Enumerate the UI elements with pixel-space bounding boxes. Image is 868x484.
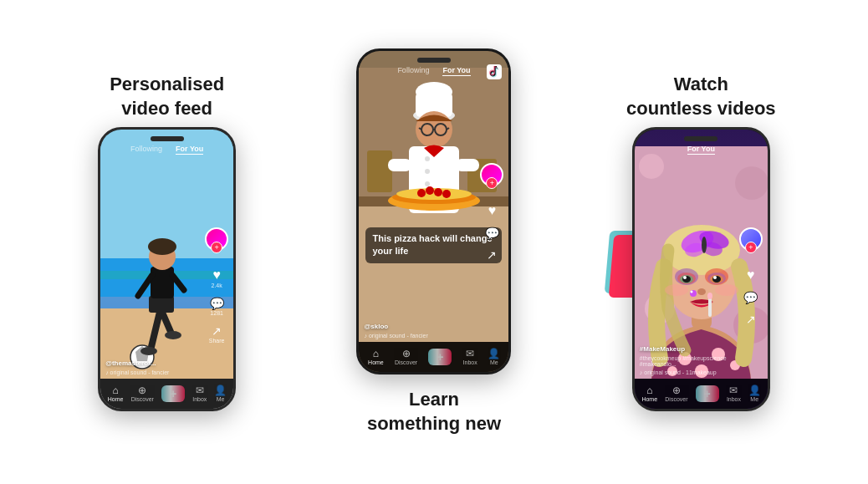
inbox-icon3: ✉ <box>728 385 739 395</box>
svg-point-77 <box>702 237 707 253</box>
phone1: Following For You <box>98 127 236 411</box>
phone3-nav-home[interactable]: ⌂ Home <box>641 385 657 402</box>
phone2-heart-icon: ♥ <box>488 203 497 218</box>
right-section: Watch countless videos For You <box>592 73 809 411</box>
plus-icon2: + <box>428 349 452 365</box>
discover-icon: ⊕ <box>136 385 148 395</box>
plus-icon: + <box>161 385 185 402</box>
left-title-line2: video feed <box>121 98 212 119</box>
phone2-nav: ⌂ Home ⊕ Discover + ✉ Inbox <box>359 342 508 372</box>
home-icon: ⌂ <box>110 385 121 395</box>
center-section: Following For You <box>342 48 526 436</box>
phone1-username: @themasterof... <box>105 359 200 367</box>
discover-icon3: ⊕ <box>671 385 682 395</box>
svg-point-40 <box>426 186 434 195</box>
phone1-nav-inbox[interactable]: ✉ Inbox <box>192 385 207 402</box>
phone2-comment-icon: 💬 <box>485 227 499 240</box>
phone2-bottom-info: @skloo ♪ original sound - fancier <box>364 323 475 339</box>
phone1-nav: ⌂ Home ⊕ Discover + ✉ Inbox <box>100 379 233 409</box>
phone3-nav-plus[interactable]: + <box>696 385 719 402</box>
me-icon2: 👤 <box>488 349 500 359</box>
svg-point-22 <box>416 82 452 102</box>
phone2-nav-plus[interactable]: + <box>428 349 452 365</box>
phone3-top-bar: For You <box>635 145 768 155</box>
svg-point-72 <box>690 291 692 293</box>
svg-point-39 <box>434 188 442 196</box>
svg-point-13 <box>140 347 157 355</box>
svg-point-38 <box>417 189 426 197</box>
phone2-following-tab: Following <box>397 66 429 76</box>
left-title-line1: Personalised <box>110 74 224 94</box>
phone3-foryou-tab: For You <box>687 145 715 155</box>
discover-icon2: ⊕ <box>401 349 412 359</box>
phone2-right-icons: ♥ 💬 ↗ <box>480 163 503 262</box>
phone3-heart-icon: ♥ <box>747 267 755 283</box>
phone2-nav-discover[interactable]: ⊕ Discover <box>395 349 417 365</box>
phone3-nav-me[interactable]: 👤 Me <box>748 385 760 402</box>
svg-point-67 <box>715 284 738 296</box>
phone2-caption-text: This pizza hack will change your life <box>372 232 495 258</box>
phone1-sound: ♪ original sound - fancier <box>105 369 200 375</box>
right-title-line2: countless videos <box>626 98 776 119</box>
phone1-nav-plus[interactable]: + <box>161 385 185 402</box>
svg-point-66 <box>665 284 688 296</box>
me-icon: 👤 <box>215 385 227 395</box>
svg-rect-33 <box>388 159 411 171</box>
phone1-heart-icon: ♥ <box>212 267 222 283</box>
svg-point-37 <box>396 188 472 200</box>
svg-point-32 <box>425 181 430 186</box>
phone3-nav-inbox[interactable]: ✉ Inbox <box>727 385 741 402</box>
svg-point-30 <box>425 156 430 161</box>
home-icon2: ⌂ <box>370 349 381 359</box>
svg-point-70 <box>707 293 712 299</box>
phone1-foryou-tab: For You <box>176 145 203 155</box>
phone1-comment-icon: 💬 <box>210 297 224 310</box>
tiktok-icon <box>487 64 502 79</box>
svg-point-68 <box>697 288 706 295</box>
phone2-nav-inbox[interactable]: ✉ Inbox <box>463 349 477 365</box>
phone3-bottom-info: #MakeMakeup #theycookmeup #makeupscience… <box>640 345 734 375</box>
right-title: Watch countless videos <box>626 73 776 120</box>
phone1-following-tab: Following <box>130 145 162 155</box>
phone1-nav-me[interactable]: 👤 Me <box>215 385 227 402</box>
phone2-screen: Following For You <box>359 51 508 372</box>
phone3-nav-discover[interactable]: ⊕ Discover <box>665 385 687 402</box>
phone2-nav-me[interactable]: 👤 Me <box>488 349 500 365</box>
svg-point-14 <box>165 331 181 339</box>
svg-point-31 <box>425 169 430 174</box>
svg-point-43 <box>639 154 664 179</box>
phone3-tags: #theycookmeup #makeupscience #makeandlo.… <box>640 355 734 367</box>
phone3-username: #MakeMakeup <box>640 345 734 353</box>
phone3-comment-icon: 💬 <box>743 291 758 304</box>
phone2-foryou-tab: For You <box>442 66 470 76</box>
svg-rect-34 <box>456 159 479 171</box>
phone3-sound: ♪ original sound - 11makeaup <box>640 369 734 375</box>
inbox-icon: ✉ <box>194 385 206 395</box>
phone1-bottom-info: @themasterof... ♪ original sound - fanci… <box>105 359 200 375</box>
phone2-profile-pic <box>480 163 503 186</box>
phone2-username: @skloo <box>364 323 475 330</box>
me-icon3: 👤 <box>748 385 760 395</box>
phone2-nav-home[interactable]: ⌂ Home <box>368 349 384 365</box>
phone3-wrapper: For You <box>632 127 770 411</box>
phone3-right-icons: ♥ 💬 ↗ <box>739 227 763 326</box>
phone3-screen: For You <box>635 130 768 409</box>
phone3-profile-pic <box>739 227 763 251</box>
svg-point-65 <box>713 276 717 279</box>
phone1-share-icon: ↗ <box>209 324 225 338</box>
phone3-nav: ⌂ Home ⊕ Discover + ✉ Inbox <box>635 379 768 409</box>
center-title: Learn something new <box>367 388 501 436</box>
phone3: For You <box>632 127 770 411</box>
phone1-nav-discover[interactable]: ⊕ Discover <box>131 385 154 402</box>
phone1-profile-pic <box>205 227 228 251</box>
svg-rect-18 <box>367 150 392 192</box>
svg-rect-7 <box>151 267 174 298</box>
center-title-line1: Learn <box>409 389 459 410</box>
plus-icon3: + <box>696 385 719 402</box>
svg-point-11 <box>148 238 176 255</box>
phone1-nav-home[interactable]: ⌂ Home <box>108 385 124 402</box>
inbox-icon2: ✉ <box>464 349 476 359</box>
left-title: Personalised video feed <box>110 73 224 120</box>
phone1-screen: Following For You <box>100 130 233 409</box>
phone2-sound: ♪ original sound - fancier <box>364 333 475 339</box>
